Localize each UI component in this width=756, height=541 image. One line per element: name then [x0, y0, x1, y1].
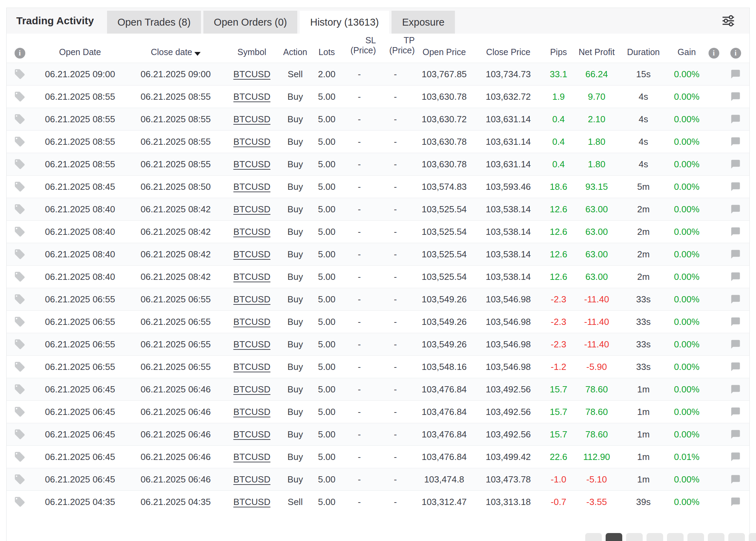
page-button[interactable] — [626, 533, 643, 541]
net-profit-cell: 1.80 — [574, 153, 619, 175]
page-button[interactable] — [708, 533, 724, 541]
page-button[interactable] — [647, 533, 663, 541]
comment-icon[interactable] — [730, 362, 741, 372]
comment-icon[interactable] — [730, 227, 741, 237]
tag-icon[interactable] — [14, 473, 26, 485]
symbol-link[interactable]: BTCUSD — [234, 159, 271, 170]
page-button[interactable] — [667, 533, 684, 541]
column-close-price[interactable]: Close Price — [474, 34, 543, 63]
symbol-link[interactable]: BTCUSD — [234, 429, 271, 440]
symbol-link[interactable]: BTCUSD — [234, 384, 271, 395]
tag-icon[interactable] — [14, 451, 26, 463]
tag-icon[interactable] — [14, 428, 26, 440]
symbol-link[interactable]: BTCUSD — [234, 317, 271, 327]
column-net-profit[interactable]: Net Profit — [574, 34, 619, 63]
comment-icon[interactable] — [730, 452, 741, 462]
column-duration[interactable]: Duration — [619, 34, 668, 63]
symbol-link[interactable]: BTCUSD — [234, 204, 271, 215]
comment-icon[interactable] — [730, 114, 741, 124]
symbol-link[interactable]: BTCUSD — [234, 91, 271, 102]
column-open-date[interactable]: Open Date — [33, 34, 127, 63]
tag-icon[interactable] — [14, 68, 26, 80]
header-info-1[interactable]: i — [706, 34, 722, 63]
column-tp-price[interactable]: TP (Price) — [376, 34, 415, 63]
page-button[interactable] — [728, 533, 745, 541]
symbol-link[interactable]: BTCUSD — [234, 181, 271, 192]
page-button[interactable] — [585, 533, 602, 541]
comment-icon[interactable] — [730, 272, 741, 282]
symbol-link[interactable]: BTCUSD — [234, 407, 271, 417]
column-action[interactable]: Action — [280, 34, 311, 63]
tab-exposure[interactable]: Exposure — [392, 11, 455, 34]
page-button[interactable] — [687, 533, 704, 541]
tag-icon[interactable] — [14, 271, 26, 283]
tag-icon[interactable] — [14, 181, 26, 193]
tag-icon[interactable] — [14, 113, 26, 125]
page-button[interactable] — [749, 533, 756, 541]
tag-icon[interactable] — [14, 91, 26, 103]
tag-icon[interactable] — [14, 136, 26, 148]
comment-icon[interactable] — [730, 339, 741, 349]
column-sl-price[interactable]: SL (Price) — [343, 34, 376, 63]
tag-icon[interactable] — [14, 496, 26, 508]
column-pips[interactable]: Pips — [543, 34, 574, 63]
info-spacer-cell — [706, 356, 722, 378]
header-info-2[interactable]: i — [722, 34, 749, 63]
tag-icon[interactable] — [14, 361, 26, 373]
gain-cell: 0.00% — [668, 198, 706, 220]
comment-icon[interactable] — [730, 249, 741, 259]
tag-icon[interactable] — [14, 316, 26, 328]
tag-icon[interactable] — [14, 293, 26, 305]
table-row: 06.21.2025 06:45 06.21.2025 06:46 BTCUSD… — [7, 468, 749, 490]
comment-icon[interactable] — [730, 69, 741, 79]
symbol-link[interactable]: BTCUSD — [234, 362, 271, 372]
symbol-link[interactable]: BTCUSD — [234, 339, 271, 350]
tag-icon[interactable] — [14, 406, 26, 418]
tag-icon[interactable] — [14, 226, 26, 238]
symbol-link[interactable]: BTCUSD — [234, 497, 271, 507]
tag-icon[interactable] — [14, 158, 26, 170]
comment-icon[interactable] — [730, 159, 741, 169]
tag-icon[interactable] — [14, 248, 26, 260]
comment-icon[interactable] — [730, 497, 741, 507]
comment-icon[interactable] — [730, 317, 741, 327]
comment-icon[interactable] — [730, 384, 741, 394]
comment-icon[interactable] — [730, 91, 741, 102]
symbol-link[interactable]: BTCUSD — [234, 272, 271, 282]
sl-price-cell: - — [343, 108, 376, 130]
tab-open-trades[interactable]: Open Trades (8) — [107, 11, 201, 34]
symbol-link[interactable]: BTCUSD — [234, 474, 271, 485]
comment-icon[interactable] — [730, 407, 741, 417]
tag-icon[interactable] — [14, 338, 26, 350]
tag-icon[interactable] — [14, 383, 26, 395]
tab-open-orders[interactable]: Open Orders (0) — [203, 11, 297, 34]
comment-icon[interactable] — [730, 204, 741, 214]
header-info-left[interactable]: i — [7, 34, 33, 63]
gain-cell: 0.00% — [668, 378, 706, 400]
column-close-date[interactable]: Close date — [127, 34, 224, 63]
page-button-current[interactable] — [606, 533, 622, 541]
symbol-link[interactable]: BTCUSD — [234, 294, 271, 305]
filter-sliders-icon[interactable] — [720, 13, 736, 29]
symbol-link[interactable]: BTCUSD — [234, 136, 271, 147]
comment-icon[interactable] — [730, 181, 741, 192]
symbol-link[interactable]: BTCUSD — [234, 69, 271, 80]
tab-history[interactable]: History (13613) — [300, 11, 389, 34]
column-lots[interactable]: Lots — [311, 34, 343, 63]
comment-icon[interactable] — [730, 474, 741, 485]
comment-icon[interactable] — [730, 136, 741, 147]
column-symbol[interactable]: Symbol — [224, 34, 280, 63]
comment-icon[interactable] — [730, 294, 741, 304]
action-cell: Buy — [280, 221, 311, 243]
open-price-cell: 103,525.54 — [415, 266, 474, 288]
symbol-link[interactable]: BTCUSD — [234, 227, 271, 237]
close-date-cell: 06.21.2025 06:55 — [127, 356, 224, 378]
tag-icon[interactable] — [14, 203, 26, 215]
symbol-link[interactable]: BTCUSD — [234, 452, 271, 462]
symbol-link[interactable]: BTCUSD — [234, 249, 271, 260]
column-gain[interactable]: Gain — [668, 34, 706, 63]
column-open-price[interactable]: Open Price — [415, 34, 474, 63]
symbol-link[interactable]: BTCUSD — [234, 114, 271, 125]
comment-icon[interactable] — [730, 429, 741, 440]
open-price-cell: 103,476.84 — [415, 378, 474, 400]
